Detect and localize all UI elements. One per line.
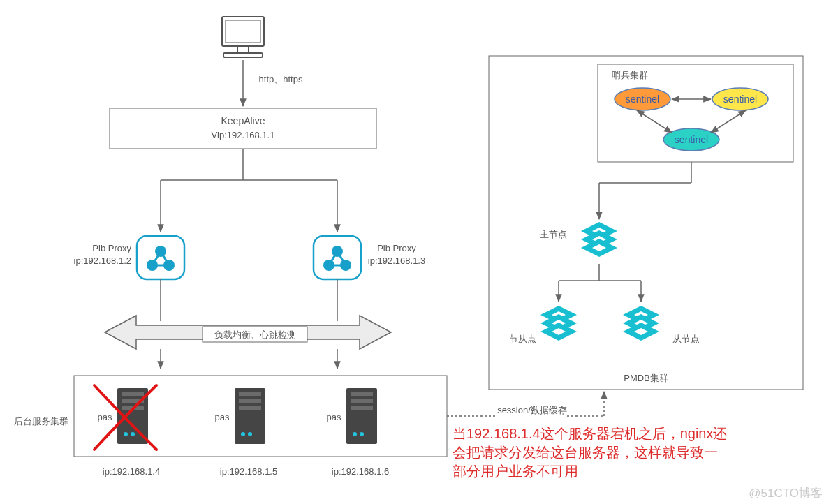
server2-icon	[235, 388, 265, 444]
slave2-label: 从节点	[672, 334, 700, 344]
server2-ip: ip:192.168.1.5	[220, 466, 277, 477]
slave1-label: 节从点	[509, 334, 536, 344]
client-pc-icon	[222, 17, 264, 57]
svg-rect-21	[237, 46, 249, 53]
pmdb-title: PMDB集群	[624, 373, 668, 383]
svg-rect-22	[223, 53, 263, 57]
keepalive-title: KeepAlive	[221, 115, 265, 126]
sentinel3-label: sentinel	[675, 134, 708, 145]
server3-label: pas	[327, 412, 341, 422]
balance-label: 负载均衡、心跳检测	[214, 329, 296, 340]
proxy-left-icon	[137, 236, 184, 279]
proxy-right-ip: ip:192.168.1.3	[368, 255, 425, 266]
server3-ip: ip:192.168.1.6	[332, 466, 389, 477]
note-line3: 部分用户业务不可用	[453, 464, 578, 479]
keepalive-box	[110, 108, 376, 149]
note-line2: 会把请求分发给这台服务器，这样就导致一	[453, 445, 718, 460]
server1-label: pas	[98, 412, 112, 422]
server3-icon	[346, 388, 377, 444]
note-line1: 当192.168.1.4这个服务器宕机之后，nginx还	[453, 426, 727, 441]
keepalive-vip: Vip:192.168.1.1	[212, 130, 275, 140]
session-label: session/数据缓存	[497, 405, 567, 415]
backend-title: 后台服务集群	[14, 416, 68, 427]
server2-label: pas	[215, 412, 230, 422]
proxy-left-name: Plb Proxy	[92, 243, 131, 253]
svg-rect-20	[226, 20, 260, 43]
sentinel1-label: sentinel	[626, 94, 659, 105]
proxy-left-ip: ip:192.168.1.2	[74, 255, 131, 266]
watermark: @51CTO博客	[749, 487, 823, 500]
proxy-right-name: Plb Proxy	[377, 243, 416, 253]
server1-ip: ip:192.168.1.4	[103, 466, 160, 477]
master-label: 主节点	[540, 229, 567, 239]
protocol-label: http、https	[259, 74, 303, 84]
proxy-right-icon	[314, 236, 361, 279]
sentinel2-label: sentinel	[723, 94, 757, 105]
sentinel-title: 哨兵集群	[612, 70, 648, 80]
